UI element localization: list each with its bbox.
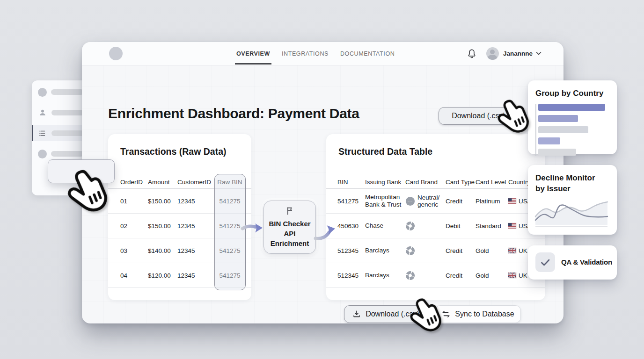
table-row: 512345 Barclays Credit Gold [326,238,545,263]
cursor-hand-icon [63,163,111,217]
sync-to-database-button[interactable]: Sync to Database [435,305,521,323]
country-bar-chart [535,104,609,156]
group-by-country-panel: Group by Country [528,80,617,154]
bin-cell: 541275 [337,198,365,205]
sidebar-item-2[interactable] [32,105,89,121]
table-row: 03 $140.00 12345 541275 [108,238,251,263]
column-header: Amount [148,179,177,186]
user-icon [38,108,47,117]
card-level-cell: Gold [476,247,508,254]
cursor-hand-icon [406,292,445,336]
bin-cell: 450630 [337,223,365,230]
table-row: 512345 Barclays Credit Gold [326,263,545,288]
flag-icon [285,206,295,216]
card-level-cell: Gold [476,272,508,279]
bin-cell: 512345 [337,247,365,254]
issuing-bank-cell: Barclays [365,247,405,254]
node-line: API [264,229,315,238]
us-flag-icon [508,223,516,229]
user-name[interactable]: Janannne [503,50,533,57]
sidebar-item-3-selected[interactable] [32,125,89,141]
amount: $150.00 [148,198,177,205]
user-avatar[interactable] [486,47,499,60]
segmented-ring-icon [405,246,415,256]
table-row: 541275 Metropolitan Bank & Trust Neutral… [326,189,545,214]
column-header: Card Level [476,179,508,186]
dashboard-content: Enrichment Dashboard: Payment Data Downl… [82,65,564,323]
decline-line-chart [534,193,611,230]
customer-id: 12345 [177,198,214,205]
column-header: OrderID [120,179,148,186]
table-row: 02 $150.00 12345 541275 [108,214,251,238]
country-bar [538,115,578,122]
segmented-ring-icon [405,271,415,280]
uk-flag-icon [508,273,516,278]
transactions-card: Transactions (Raw Data) OrderID Amount C… [108,134,251,300]
decline-monitor-panel: Decline Monitor by Issuer [528,165,617,235]
amount: $120.00 [148,272,177,279]
panel-title: Decline Monitor by Issuer [535,172,606,194]
raw-bin: 541275 [214,198,245,205]
panel-title: QA & Validation [561,252,612,272]
transactions-title: Transactions (Raw Data) [120,146,226,157]
neutral-circle-icon [405,196,415,206]
customer-id: 12345 [177,247,214,254]
country-label: UK [519,272,527,279]
cursor-hand-icon [494,93,532,137]
structured-title: Structured Data Table [338,146,432,157]
amount: $150.00 [148,223,177,230]
tab-documentation[interactable]: DOCUMENTATION [340,49,395,59]
column-header: CustomerID [177,179,214,186]
bell-icon[interactable] [466,48,477,59]
circle-placeholder-icon [38,88,47,97]
country-bar [538,137,560,144]
column-header: Card Brand [405,179,446,186]
sync-to-database-label: Sync to Database [455,310,514,318]
checkmark-badge [535,252,555,272]
tab-overview[interactable]: OVERVIEW [236,49,270,59]
top-navigation-bar: OVERVIEW INTEGRATIONS DOCUMENTATION Jana… [82,42,564,65]
bin-cell: 512345 [337,272,365,279]
card-type-cell: Debit [446,223,476,230]
customer-id: 12345 [177,272,214,279]
panel-title: Group by Country [535,89,609,98]
card-type-cell: Credit [446,247,476,254]
column-header: Issuing Bank [365,179,405,186]
primary-nav: OVERVIEW INTEGRATIONS DOCUMENTATION [236,42,395,65]
card-brand-cell [405,271,446,280]
download-icon [352,309,361,319]
desktop-background: OVERVIEW INTEGRATIONS DOCUMENTATION Jana… [0,0,644,359]
sidebar-label-placeholder [51,130,84,136]
raw-bin: 541275 [214,223,245,230]
bin-checker-node-label: BIN Checker API Enrichment [264,219,315,248]
card-brand-cell: Neutral/ generic [405,194,446,208]
app-window: OVERVIEW INTEGRATIONS DOCUMENTATION Jana… [82,42,564,323]
country-bar [538,104,605,111]
card-level-cell: Standard [476,223,508,230]
node-line: Enrichment [264,238,315,248]
issuing-bank-cell: Barclays [365,272,405,279]
card-level-cell: Platinum [476,198,508,205]
country-bar [538,126,588,133]
checkmark-icon [540,257,551,268]
table-row: 450630 Chase Debit Standard [326,214,545,238]
card-type-cell: Credit [446,198,476,205]
table-row: 01 $150.00 12345 541275 [108,189,251,214]
order-id: 04 [120,272,148,279]
column-header-raw-bin: Raw BIN [214,179,245,186]
node-line: BIN Checker [264,219,315,229]
circle-placeholder-icon [38,150,47,158]
chevron-down-icon[interactable] [536,51,542,56]
country-label: UK [519,247,527,254]
column-header: BIN [337,179,365,186]
transactions-header-row: OrderID Amount CustomerID Raw BIN [108,176,251,189]
sidebar-item-1[interactable] [32,84,89,100]
card-type-cell: Credit [446,272,476,279]
card-brand-cell [405,246,446,256]
amount: $140.00 [148,247,177,254]
sidebar-label-placeholder [51,151,84,157]
tab-integrations[interactable]: INTEGRATIONS [282,49,329,59]
customer-id: 12345 [177,223,214,230]
raw-bin: 541275 [214,272,245,279]
structured-data-card: Structured Data Table BIN Issuing Bank C… [326,134,545,300]
